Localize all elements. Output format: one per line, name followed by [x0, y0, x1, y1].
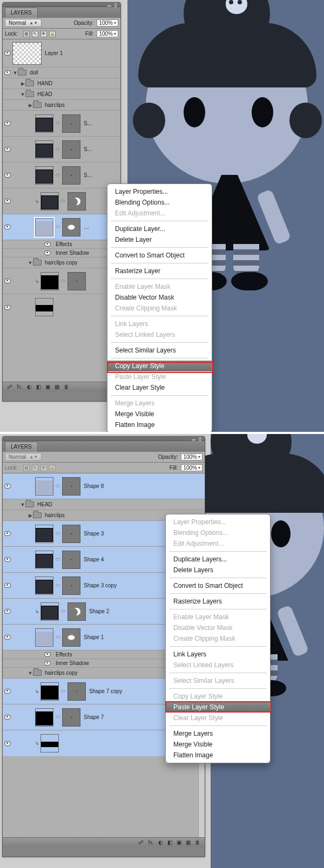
adjustment-layer-icon[interactable]: ◧: [36, 384, 41, 390]
trash-icon[interactable]: 🗑: [64, 384, 69, 390]
fx-button-icon[interactable]: fx.: [148, 839, 154, 845]
layer-label[interactable]: S...: [84, 146, 92, 152]
disclosure-icon[interactable]: ▼: [20, 502, 25, 507]
link-icon[interactable]: ⬭: [56, 146, 60, 152]
blend-mode-dropdown[interactable]: Normal▲▼: [5, 19, 42, 27]
lock-move-icon[interactable]: ✥: [40, 31, 47, 37]
visibility-icon[interactable]: [44, 661, 51, 666]
layer-row-shape8[interactable]: ⬭ Shape 8: [3, 473, 205, 499]
group-label[interactable]: hairclips: [45, 512, 65, 518]
opacity-input[interactable]: 100%▾: [181, 453, 202, 460]
fill-input[interactable]: 100%▾: [97, 30, 118, 37]
new-group-icon[interactable]: ▣: [45, 384, 50, 390]
disclosure-icon[interactable]: ▼: [12, 70, 18, 76]
lock-transparent-icon[interactable]: ▦: [23, 31, 30, 37]
link-icon[interactable]: ⬭: [56, 483, 60, 489]
visibility-icon[interactable]: [4, 199, 11, 204]
link-icon[interactable]: ⬭: [56, 582, 60, 588]
menu-item-rasterize-layer[interactable]: Rasterize Layer: [107, 266, 212, 276]
menu-item-delete-layer[interactable]: Delete Layer: [107, 234, 212, 245]
visibility-icon[interactable]: [4, 689, 11, 694]
visibility-icon[interactable]: [4, 51, 11, 56]
disclosure-icon[interactable]: ▼: [28, 670, 33, 676]
panel-menu-icon[interactable]: ◂▸ ≣: [191, 437, 202, 442]
layer-row-shape[interactable]: ⬭ S...: [3, 137, 120, 162]
new-layer-icon[interactable]: ▦: [55, 384, 59, 390]
menu-item-flatten-image[interactable]: Flatten Image: [107, 419, 212, 430]
menu-item-copy-layer-style[interactable]: Copy Layer Style: [107, 361, 212, 371]
disclosure-icon[interactable]: ▶: [20, 81, 25, 86]
link-icon[interactable]: ⬭: [56, 557, 60, 562]
layer-label[interactable]: S...: [84, 172, 92, 178]
visibility-icon[interactable]: [44, 250, 51, 255]
fill-input[interactable]: 100%▾: [181, 464, 202, 471]
group-label[interactable]: HEAD: [37, 501, 52, 507]
link-icon[interactable]: ⬭: [56, 634, 60, 640]
menu-item-select-similar[interactable]: Select Similar Layers: [107, 345, 212, 356]
layer-label[interactable]: Shape 4: [84, 557, 104, 562]
layer-label[interactable]: Shape 3 copy: [84, 582, 117, 588]
group-label[interactable]: HAND: [37, 80, 52, 86]
visibility-icon[interactable]: [4, 741, 11, 746]
link-icon[interactable]: ⬭: [56, 172, 60, 178]
layer-row-layer1[interactable]: Layer 1: [3, 39, 120, 67]
link-icon[interactable]: ⬭: [56, 531, 60, 537]
group-label[interactable]: hairclips: [45, 102, 65, 108]
trash-icon[interactable]: 🗑: [195, 839, 200, 845]
visibility-icon[interactable]: [4, 531, 11, 536]
menu-item-duplicate-layers[interactable]: Duplicate Layers...: [166, 554, 270, 565]
menu-item-merge-visible[interactable]: Merge Visible: [166, 739, 270, 750]
visibility-icon[interactable]: [4, 484, 11, 489]
visibility-icon[interactable]: [4, 173, 11, 178]
layers-tab[interactable]: LAYERS: [5, 8, 38, 18]
link-layers-icon[interactable]: ☍: [7, 384, 12, 390]
disclosure-icon[interactable]: ▶: [28, 103, 33, 108]
link-icon[interactable]: ⬭: [61, 278, 65, 284]
layer-row-shape[interactable]: ⬭ S...: [3, 162, 120, 188]
group-row-doll[interactable]: ▼ doll: [3, 67, 120, 78]
layer-row-shape-clipped[interactable]: ↳ ⬭: [3, 188, 120, 214]
group-row-head[interactable]: ▼ HEAD: [3, 499, 205, 510]
layer-label[interactable]: Shape 7: [84, 714, 104, 720]
lock-paint-icon[interactable]: ✎: [32, 465, 38, 471]
fx-row-effects[interactable]: Effects: [3, 240, 120, 249]
menu-item-flatten-image[interactable]: Flatten Image: [166, 750, 270, 761]
visibility-icon[interactable]: [4, 583, 11, 588]
panel-menu-icon[interactable]: ◂▸ ≣: [107, 3, 118, 8]
visibility-icon[interactable]: [4, 557, 11, 562]
group-label[interactable]: hairclips copy: [45, 670, 78, 676]
layer-row-shape-clipped[interactable]: ↳ ⬭: [3, 268, 120, 294]
menu-item-clear-layer-style[interactable]: Clear Layer Style: [107, 382, 212, 393]
group-label[interactable]: doll: [30, 70, 38, 76]
link-icon[interactable]: ⬭: [56, 224, 60, 230]
add-mask-icon[interactable]: ◐: [158, 839, 163, 845]
menu-item-disable-vector-mask[interactable]: Disable Vector Mask: [107, 292, 212, 303]
lock-transparent-icon[interactable]: ▦: [23, 465, 30, 471]
link-icon[interactable]: ⬭: [56, 120, 60, 126]
menu-item-link-layers[interactable]: Link Layers: [166, 649, 270, 660]
menu-item-delete-layers[interactable]: Delete Layers: [166, 565, 270, 575]
group-label[interactable]: HEAD: [37, 91, 52, 97]
link-icon[interactable]: ⬭: [61, 688, 65, 694]
new-layer-icon[interactable]: ▦: [186, 839, 191, 845]
menu-item-rasterize-layers[interactable]: Rasterize Layers: [166, 596, 270, 607]
link-icon[interactable]: ⬭: [56, 714, 60, 720]
visibility-icon[interactable]: [4, 225, 11, 229]
new-group-icon[interactable]: ▣: [177, 839, 181, 845]
disclosure-icon[interactable]: ▼: [28, 260, 33, 266]
adjustment-layer-icon[interactable]: ◧: [167, 839, 172, 845]
group-row-hairclips[interactable]: ▶ hairclips: [3, 100, 120, 111]
link-icon[interactable]: ⬭: [61, 608, 65, 614]
visibility-icon[interactable]: [4, 609, 11, 614]
lock-all-icon[interactable]: 🔒: [49, 31, 56, 37]
group-row-hairclips-copy[interactable]: ▼ hairclips copy: [3, 257, 120, 268]
visibility-icon[interactable]: [4, 279, 11, 283]
lock-move-icon[interactable]: ✥: [40, 465, 47, 471]
lock-all-icon[interactable]: 🔒: [49, 465, 56, 471]
visibility-icon[interactable]: [4, 121, 11, 126]
opacity-input[interactable]: 100%▾: [97, 19, 118, 26]
visibility-icon[interactable]: [44, 242, 51, 247]
menu-item-merge-layers[interactable]: Merge Layers: [166, 728, 270, 739]
layers-tab[interactable]: LAYERS: [5, 442, 38, 452]
layer-label[interactable]: Shape 8: [84, 483, 104, 489]
